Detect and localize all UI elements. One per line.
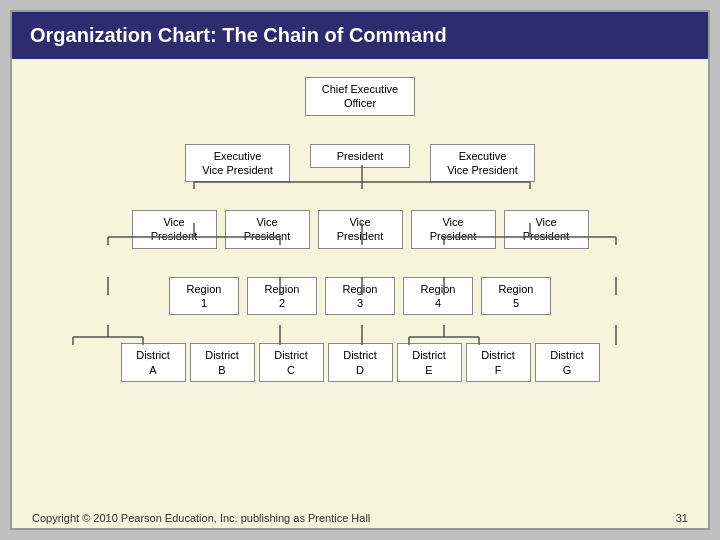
page-number: 31 (676, 512, 688, 524)
vp-row: Vice President Vice President Vice Presi… (32, 210, 688, 249)
district-row: District A District B District C Distric… (32, 343, 688, 382)
district-box-g: District G (535, 343, 600, 382)
district-box-b: District B (190, 343, 255, 382)
region-box-2: Region 2 (247, 277, 317, 316)
evp-left-box: Executive Vice President (185, 144, 290, 183)
slide-header: Organization Chart: The Chain of Command (12, 12, 708, 59)
copyright-text: Copyright © 2010 Pearson Education, Inc.… (32, 512, 370, 524)
level2-row: Executive Vice President President Execu… (32, 144, 688, 183)
district-box-a: District A (121, 343, 186, 382)
evp-right-box: Executive Vice President (430, 144, 535, 183)
vp-box-5: Vice President (504, 210, 589, 249)
ceo-box: Chief Executive Officer (305, 77, 415, 116)
chart-area: Chief Executive Officer Executive Vice P… (12, 59, 708, 387)
region-row: Region 1 Region 2 Region 3 Region 4 Regi… (32, 277, 688, 316)
vp-box-4: Vice President (411, 210, 496, 249)
region-box-5: Region 5 (481, 277, 551, 316)
region-box-1: Region 1 (169, 277, 239, 316)
vp-box-3: Vice President (318, 210, 403, 249)
district-box-d: District D (328, 343, 393, 382)
slide-title: Organization Chart: The Chain of Command (30, 24, 447, 46)
district-box-c: District C (259, 343, 324, 382)
vp-box-1: Vice President (132, 210, 217, 249)
region-box-4: Region 4 (403, 277, 473, 316)
ceo-row: Chief Executive Officer (32, 77, 688, 116)
district-box-e: District E (397, 343, 462, 382)
region-box-3: Region 3 (325, 277, 395, 316)
district-box-f: District F (466, 343, 531, 382)
vp-box-2: Vice President (225, 210, 310, 249)
slide-container: Organization Chart: The Chain of Command… (10, 10, 710, 530)
president-box: President (310, 144, 410, 168)
footer: Copyright © 2010 Pearson Education, Inc.… (12, 512, 708, 524)
